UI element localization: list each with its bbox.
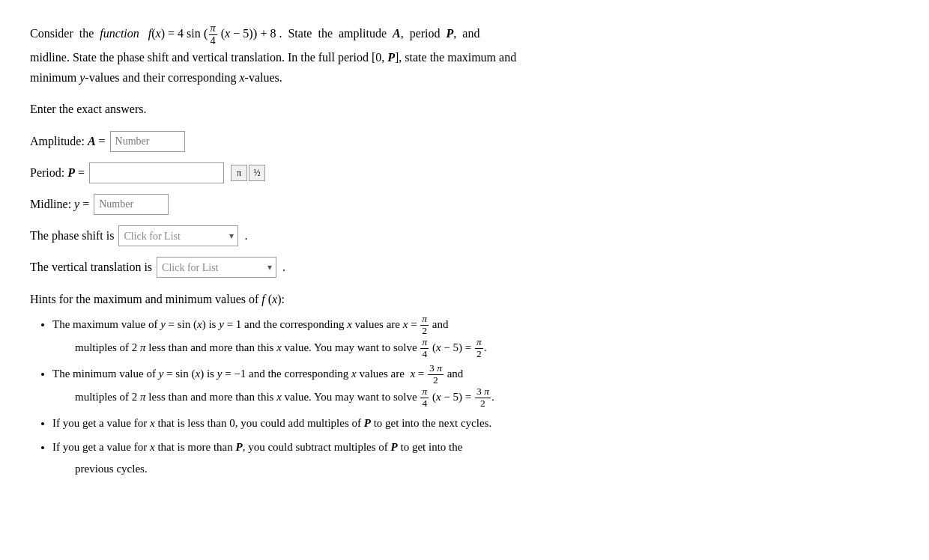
vertical-translation-label: The vertical translation is — [30, 261, 152, 274]
hint-item-2: The minimum value of y = sin (x) is y = … — [52, 363, 899, 410]
phase-shift-dropdown[interactable]: Click for List to the left to the right — [118, 225, 238, 246]
phase-shift-row: The phase shift is Click for List to the… — [30, 225, 899, 246]
hints-list: The maximum value of y = sin (x) is y = … — [30, 314, 899, 479]
hints-title: Hints for the maximum and minimum values… — [30, 293, 899, 306]
hint-item-4: If you get a value for x that is more th… — [52, 436, 899, 479]
period-input[interactable] — [89, 162, 224, 183]
hint-item-1: The maximum value of y = sin (x) is y = … — [52, 314, 899, 360]
hints-section: Hints for the maximum and minimum values… — [30, 293, 899, 479]
enter-exact-label: Enter the exact answers. — [30, 103, 899, 116]
midline-row: Midline: y = — [30, 194, 899, 215]
function-word: function — [100, 27, 139, 40]
midline-label: Midline: y = — [30, 198, 89, 211]
phase-shift-period: . — [244, 229, 247, 243]
hint-item-3: If you get a value for x that is less th… — [52, 413, 899, 434]
vertical-translation-dropdown[interactable]: Click for List upward downward — [157, 257, 276, 278]
phase-shift-dropdown-wrapper: Click for List to the left to the right — [118, 225, 238, 246]
form-section: Amplitude: A = Period: P = π ½ Midline: … — [30, 131, 899, 278]
period-icon-2[interactable]: ½ — [249, 165, 265, 181]
period-label: Period: P = — [30, 166, 85, 180]
amplitude-input[interactable] — [110, 131, 185, 152]
function-formula: f(x) = 4 sin (π4 (x − 5)) + 8 — [148, 27, 279, 40]
period-row: Period: P = π ½ — [30, 162, 899, 183]
amplitude-row: Amplitude: A = — [30, 131, 899, 152]
amplitude-label: Amplitude: A = — [30, 135, 106, 148]
vertical-translation-period: . — [282, 261, 285, 274]
vertical-translation-row: The vertical translation is Click for Li… — [30, 257, 899, 278]
vertical-translation-dropdown-wrapper: Click for List upward downward — [157, 257, 276, 278]
problem-container: Consider the function f(x) = 4 sin (π4 (… — [30, 22, 899, 479]
period-icons: π ½ — [231, 165, 265, 181]
problem-statement: Consider the function f(x) = 4 sin (π4 (… — [30, 22, 899, 88]
phase-shift-label: The phase shift is — [30, 229, 114, 243]
midline-input[interactable] — [94, 194, 169, 215]
period-icon-1[interactable]: π — [231, 165, 247, 181]
